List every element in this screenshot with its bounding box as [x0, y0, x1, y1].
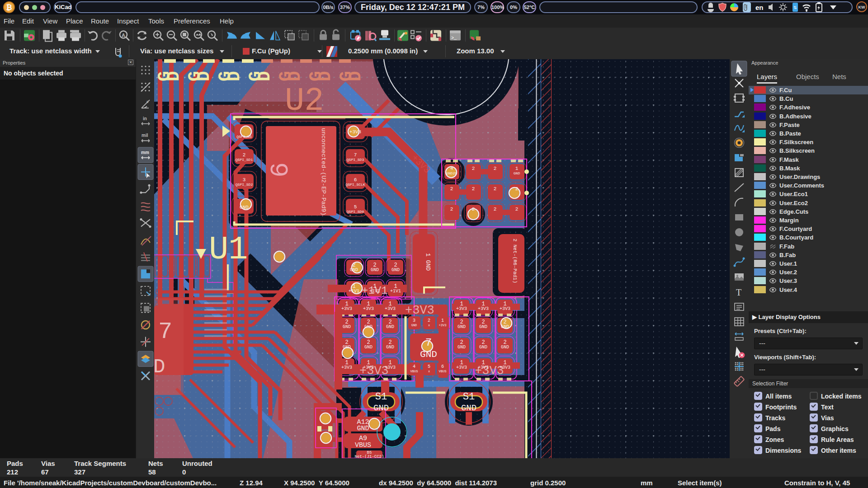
- svg-text:+3V3: +3V3: [456, 306, 467, 311]
- svg-text:GND: GND: [458, 324, 466, 329]
- svg-text:+3V3: +3V3: [439, 324, 447, 327]
- svg-text:D: D: [346, 71, 365, 81]
- svg-text:GND: GND: [386, 324, 394, 329]
- svg-text:S1: S1: [375, 391, 387, 403]
- svg-text:2: 2: [428, 318, 430, 323]
- svg-text:+3V3: +3V3: [405, 304, 434, 317]
- svg-text:2: 2: [494, 206, 497, 212]
- svg-text:D: D: [194, 71, 214, 81]
- svg-text:T: T: [736, 287, 741, 297]
- svg-text:QSPI_SS: QSPI_SS: [236, 135, 252, 139]
- svg-text:GND25: GND25: [446, 171, 457, 175]
- svg-text:VBUS: VBUS: [439, 370, 447, 373]
- svg-text:S1: S1: [463, 391, 475, 403]
- svg-text:+3V3: +3V3: [363, 365, 374, 370]
- svg-text:⇅: ⇅: [793, 5, 797, 10]
- svg-text:1: 1: [441, 318, 444, 323]
- svg-text:2: 2: [450, 186, 453, 192]
- svg-text:U2: U2: [285, 83, 324, 120]
- svg-text:QSPI_SD2: QSPI_SD2: [236, 183, 253, 187]
- svg-text:GND: GND: [350, 267, 358, 272]
- svg-text:+3V3: +3V3: [349, 129, 361, 135]
- svg-text:D: D: [164, 71, 184, 81]
- svg-text:GND: GND: [514, 171, 520, 175]
- svg-text:GND: GND: [479, 324, 487, 329]
- svg-text:GND: GND: [411, 324, 417, 327]
- svg-text:GND: GND: [392, 267, 400, 272]
- svg-text:GND: GND: [373, 403, 389, 413]
- svg-text:GND: GND: [343, 345, 351, 350]
- svg-text:9: 9: [263, 162, 292, 178]
- svg-text:+3V3: +3V3: [500, 365, 510, 370]
- svg-text:GND: GND: [240, 205, 249, 210]
- svg-text:7: 7: [354, 152, 357, 158]
- svg-text:GND: GND: [371, 267, 379, 272]
- svg-text:6: 6: [441, 364, 444, 369]
- svg-text:x: x: [428, 370, 430, 373]
- svg-text:+3V3: +3V3: [363, 306, 374, 311]
- svg-text:QSPI_SD3: QSPI_SD3: [347, 158, 364, 162]
- svg-text:+1V1: +1V1: [369, 289, 380, 294]
- svg-text:1: 1: [515, 166, 519, 171]
- svg-text:A: A: [122, 33, 125, 38]
- svg-text:QSPI_SD0: QSPI_SD0: [347, 210, 364, 214]
- svg-text:+3V3: +3V3: [478, 365, 489, 370]
- svg-text:VBUS: VBUS: [355, 441, 371, 449]
- svg-text:2: 2: [472, 166, 475, 171]
- svg-text:+3V3: +3V3: [478, 306, 489, 311]
- svg-text:GND: GND: [357, 425, 369, 432]
- svg-text:GND: GND: [458, 345, 466, 350]
- svg-text:>_: >_: [451, 36, 457, 41]
- svg-text:x: x: [428, 324, 430, 327]
- svg-text:mm: mm: [141, 150, 149, 155]
- svg-text:2: 2: [494, 186, 497, 192]
- svg-text:mil: mil: [142, 133, 148, 138]
- svg-text:+1V1: +1V1: [390, 289, 401, 294]
- svg-text:GND: GND: [386, 345, 394, 350]
- svg-text:2: 2: [494, 166, 497, 171]
- svg-text:θ: θ: [146, 100, 149, 104]
- svg-text:3: 3: [413, 318, 415, 323]
- svg-text:2: 2: [243, 152, 246, 158]
- svg-text:en: en: [755, 4, 764, 11]
- svg-text:Net-(J1-CC2): Net-(J1-CC2): [355, 455, 384, 458]
- svg-text:GND: GND: [461, 403, 476, 413]
- svg-text:2: 2: [515, 206, 519, 212]
- svg-text:1 GND: 1 GND: [425, 253, 431, 271]
- svg-text:5: 5: [354, 204, 357, 210]
- svg-text:GND: GND: [343, 324, 351, 329]
- svg-text:+3V3: +3V3: [456, 365, 467, 370]
- svg-text:GND: GND: [501, 324, 509, 329]
- svg-text:QSPI_SCLK: QSPI_SCLK: [345, 183, 365, 187]
- svg-text:2 Net-(R6-Pad1): 2 Net-(R6-Pad1): [512, 239, 518, 283]
- svg-text:GND: GND: [420, 349, 437, 360]
- svg-text:2: 2: [515, 186, 519, 192]
- svg-text:7: 7: [425, 337, 432, 349]
- svg-text:4: 4: [413, 364, 415, 369]
- svg-text:+3V3: +3V3: [341, 306, 352, 311]
- svg-text:VBUS: VBUS: [410, 370, 418, 373]
- svg-text:+3V3: +3V3: [500, 306, 510, 311]
- svg-text:2: 2: [472, 206, 475, 212]
- svg-text:+3V3: +3V3: [385, 306, 396, 311]
- svg-text:+1V1: +1V1: [349, 289, 359, 294]
- svg-text:GND: GND: [479, 345, 487, 350]
- svg-text:4: 4: [450, 166, 453, 171]
- svg-text:2: 2: [472, 186, 475, 192]
- svg-text:GND: GND: [364, 324, 373, 329]
- svg-text:3: 3: [243, 177, 246, 183]
- svg-text:2: 2: [450, 206, 453, 212]
- svg-text:+3V3: +3V3: [385, 365, 396, 370]
- svg-text:in: in: [143, 116, 147, 121]
- svg-text:D: D: [225, 71, 244, 81]
- svg-text:5: 5: [428, 364, 430, 369]
- svg-text:QSPI_SD1: QSPI_SD1: [236, 158, 253, 162]
- svg-text:U1: U1: [209, 231, 248, 268]
- svg-text:unconnected-(U2-EP-Pad9): unconnected-(U2-EP-Pad9): [320, 128, 327, 216]
- svg-text:6: 6: [354, 177, 357, 183]
- svg-text:D: D: [255, 71, 274, 81]
- svg-text:+3V3: +3V3: [341, 365, 352, 370]
- svg-text:GND: GND: [364, 345, 373, 350]
- svg-text:D: D: [316, 71, 335, 81]
- svg-text:GND: GND: [501, 345, 509, 350]
